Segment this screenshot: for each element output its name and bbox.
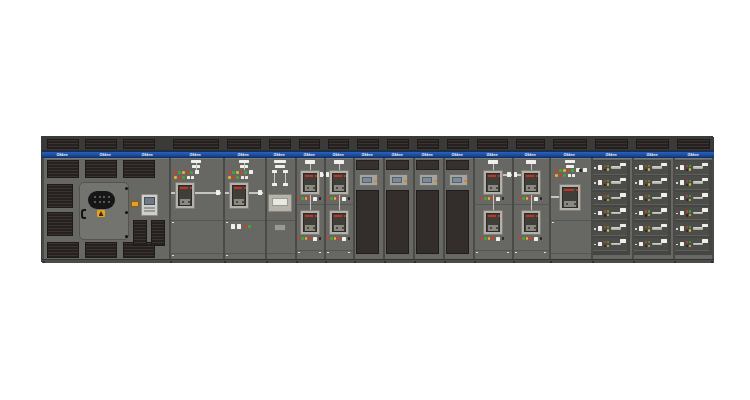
indicator-lamp (689, 214, 691, 216)
mcc-column-2 (632, 158, 673, 259)
drawer-selector (604, 245, 606, 247)
indicator-lamp (648, 210, 650, 212)
vent-louver (47, 160, 79, 178)
label-chip (342, 237, 346, 241)
mcc-drawer (593, 192, 627, 206)
label-chip (191, 176, 194, 179)
drawer-pin (676, 228, 678, 230)
meter-box (268, 194, 292, 212)
section-divider (512, 158, 514, 259)
drawer-handle (693, 212, 703, 215)
section-divider (473, 158, 475, 259)
indicator-lamp (607, 180, 609, 182)
warning-label (97, 210, 105, 217)
plinth-screw (513, 261, 515, 263)
label-chip (702, 193, 708, 197)
drawer-selector (604, 214, 606, 216)
acb-trip-button (244, 187, 246, 189)
terminal-block (274, 224, 286, 231)
hmi-display (449, 174, 468, 186)
acb-charge-dot (182, 201, 184, 203)
hmi-screen (392, 177, 402, 183)
drawer-selector (604, 169, 606, 171)
indicator-lamp (178, 176, 181, 179)
indicator-lamp (178, 171, 181, 174)
feeder-duplex-bay-3 (473, 158, 512, 259)
operator-hole (103, 201, 105, 203)
plinth-screw (474, 261, 476, 263)
mcc-drawer (675, 176, 709, 190)
section-divider (712, 158, 714, 259)
acb-red-label (180, 187, 188, 189)
vent-louver (151, 220, 165, 246)
brand-logo: Okken (646, 153, 657, 157)
indicator-lamp (689, 210, 691, 212)
label-chip (661, 239, 667, 243)
hmi-orange-button (464, 180, 467, 183)
acb-charge-dot (336, 187, 338, 189)
hmi-orange-button (434, 180, 437, 183)
mcc-column-3 (673, 158, 714, 259)
acb-trip-button (576, 189, 578, 191)
label-chip (496, 237, 500, 241)
indicator-lamp (604, 180, 606, 182)
mcc-drawer (675, 161, 709, 175)
plinth-dot (544, 252, 546, 254)
vent-louver (269, 139, 291, 149)
plinth-dot (476, 252, 478, 254)
label-chip (274, 160, 286, 163)
plinth-dot (515, 252, 517, 254)
plinth-screw (674, 261, 676, 263)
label-chip (565, 160, 575, 163)
operator-hole (99, 201, 101, 203)
section-divider (169, 158, 171, 259)
dark-door (356, 190, 379, 254)
display-screen (144, 197, 155, 205)
plinth-dot (226, 255, 228, 257)
roof-vent-band (42, 137, 714, 151)
label-chip (639, 196, 643, 201)
dark-door (386, 190, 409, 254)
label-chip (680, 165, 684, 170)
brand-logo: Okken (687, 153, 698, 157)
label-chip (639, 165, 643, 170)
indicator-lamp (563, 174, 566, 177)
indicator-lamp (555, 174, 558, 177)
door-handle (81, 209, 86, 219)
mcc-drawer (634, 176, 668, 190)
vent-louver (299, 139, 320, 149)
indicator-lamp (244, 225, 247, 228)
label-chip (620, 193, 626, 197)
air-circuit-breaker (483, 170, 503, 195)
acb-red-label (234, 187, 242, 189)
indicator-lamp (607, 168, 609, 170)
acb-aux-dot (574, 203, 576, 205)
indicator-lamp (604, 241, 606, 243)
drawer-selector (645, 245, 647, 247)
section-divider (591, 158, 593, 259)
vent-louver (595, 139, 628, 149)
acb-trip-button (315, 175, 317, 177)
indicator-lamp (327, 237, 330, 240)
drawer-pin (594, 182, 596, 184)
indicator-lamp (648, 229, 650, 231)
selector-dot (502, 197, 505, 200)
air-circuit-breaker (329, 170, 349, 195)
drawer-handle (652, 212, 662, 215)
indicator-lamp (645, 180, 647, 182)
drawer-handle (611, 197, 621, 200)
label-chip (702, 163, 708, 167)
brand-logo: Okken (141, 153, 152, 157)
brand-logo: Okken (564, 153, 575, 157)
operator-hole (103, 196, 105, 198)
plinth-screw (414, 261, 416, 263)
indicator-lamp (607, 214, 609, 216)
indicator-lamp (686, 165, 688, 167)
drawer-selector (686, 199, 688, 201)
mimic-line (339, 195, 340, 210)
indicator-lamp (689, 241, 691, 243)
selector-dot (319, 237, 322, 240)
dark-door-bay-1 (353, 158, 383, 259)
indicator-lamp (604, 226, 606, 228)
vent-louver (133, 220, 147, 246)
